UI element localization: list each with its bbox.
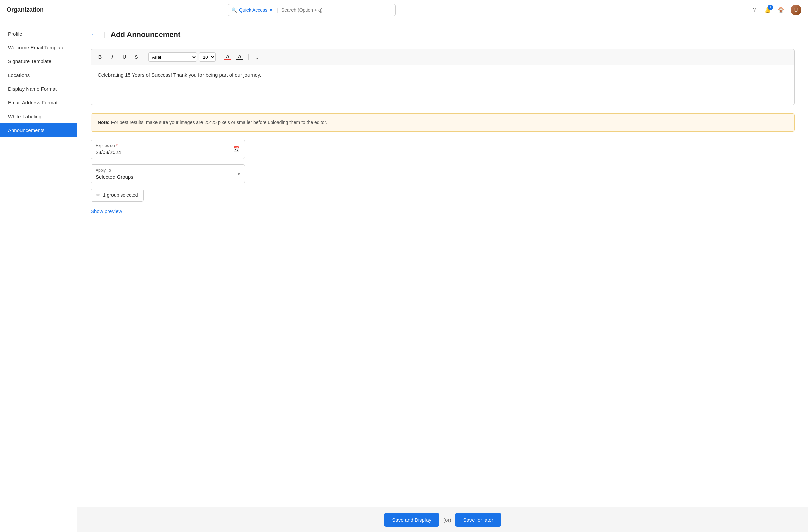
editor-content: Celebrating 15 Years of Success! Thank y… [98, 72, 261, 78]
strikethrough-button[interactable]: S [131, 52, 141, 62]
quick-access-button[interactable]: Quick Access ▼ [239, 7, 273, 13]
sidebar-item-profile[interactable]: Profile [0, 27, 77, 41]
font-family-select[interactable]: Arial Times New Roman Courier Georgia Ve… [148, 52, 197, 62]
font-size-select[interactable]: 8910 111214 16182436 [199, 52, 216, 62]
header-divider: | [104, 31, 105, 39]
top-nav: Organization 🔍 Quick Access ▼ | ? 🔔 1 🏠 … [0, 0, 808, 20]
apply-to-field: Apply To All Groups Selected Groups No G… [91, 164, 245, 183]
chevron-down-icon: ▾ [238, 171, 240, 177]
page-header: ← | Add Announcement [91, 30, 794, 39]
sidebar: Profile Welcome Email Template Signature… [0, 20, 77, 532]
expires-label: Expires on * [96, 143, 233, 148]
underline-button[interactable]: U [119, 52, 129, 62]
avatar[interactable]: U [791, 5, 801, 16]
show-preview-link[interactable]: Show preview [91, 208, 122, 214]
help-icon[interactable]: ? [750, 6, 758, 14]
editor-toolbar: B I U S Arial Times New Roman Courier Ge… [91, 49, 794, 65]
toolbar-divider [145, 54, 145, 60]
sidebar-item-email-address[interactable]: Email Address Format [0, 96, 77, 110]
italic-button[interactable]: I [107, 52, 117, 62]
nav-actions: ? 🔔 1 🏠 U [750, 5, 801, 16]
save-later-button[interactable]: Save for later [455, 513, 501, 527]
search-icon: 🔍 [232, 7, 237, 13]
page-title: Add Announcement [110, 30, 180, 39]
search-input[interactable] [281, 7, 392, 13]
toolbar-divider-3 [248, 54, 249, 60]
font-color-button[interactable]: A [223, 52, 233, 62]
editor-body[interactable]: Celebrating 15 Years of Success! Thank y… [91, 65, 794, 105]
or-text: (or) [443, 517, 451, 522]
required-mark: * [116, 143, 117, 148]
sidebar-item-locations[interactable]: Locations [0, 68, 77, 82]
brand-name: Organization [7, 6, 44, 14]
apply-to-select-wrap: Apply To All Groups Selected Groups No G… [91, 164, 245, 183]
notifications-icon[interactable]: 🔔 1 [764, 6, 772, 14]
note-box: Note: For best results, make sure your i… [91, 113, 794, 132]
sidebar-item-signature[interactable]: Signature Template [0, 54, 77, 68]
pencil-icon: ✏ [96, 192, 100, 198]
apply-to-label: Apply To [96, 168, 238, 172]
font-background-button[interactable]: A [235, 52, 245, 62]
sidebar-item-display-name[interactable]: Display Name Format [0, 82, 77, 96]
chevron-down-icon: ▼ [269, 7, 273, 13]
home-icon[interactable]: 🏠 [777, 6, 785, 14]
apply-to-select[interactable]: All Groups Selected Groups No Groups [96, 174, 238, 180]
main-content: ← | Add Announcement B I U S Arial Times… [77, 20, 808, 532]
sidebar-item-white-labeling[interactable]: White Labeling [0, 110, 77, 123]
bold-button[interactable]: B [95, 52, 105, 62]
save-display-button[interactable]: Save and Display [384, 513, 439, 527]
more-options-button[interactable]: ⌄ [252, 52, 262, 62]
divider: | [277, 7, 278, 13]
expires-input[interactable] [96, 149, 160, 155]
expires-input-wrap: Expires on * 📅 [91, 140, 245, 159]
sidebar-item-welcome-email[interactable]: Welcome Email Template [0, 41, 77, 54]
app-layout: Profile Welcome Email Template Signature… [0, 20, 808, 532]
toolbar-divider-2 [219, 54, 219, 60]
note-text: For best results, make sure your images … [111, 120, 327, 125]
expires-on-field: Expires on * 📅 [91, 140, 245, 159]
calendar-icon[interactable]: 📅 [233, 146, 240, 152]
group-selected-label: 1 group selected [103, 192, 138, 198]
group-selected-button[interactable]: ✏ 1 group selected [91, 189, 144, 202]
back-button[interactable]: ← [91, 30, 98, 39]
bottom-bar: Save and Display (or) Save for later [77, 507, 808, 532]
sidebar-item-announcements[interactable]: Announcements [0, 123, 77, 137]
search-bar[interactable]: 🔍 Quick Access ▼ | [228, 4, 396, 16]
note-label: Note: [98, 120, 110, 125]
avatar-image: U [791, 5, 801, 16]
notification-badge: 1 [768, 5, 773, 10]
